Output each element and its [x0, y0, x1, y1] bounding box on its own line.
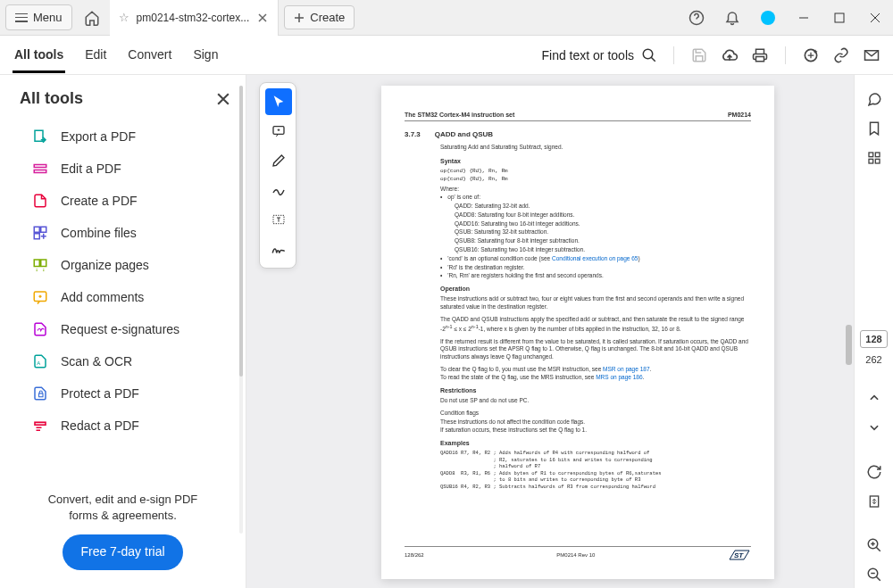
minimize-button[interactable]	[786, 0, 822, 36]
comment-tool[interactable]	[265, 118, 292, 145]
svg-rect-18	[35, 422, 46, 425]
panel-title: All tools	[20, 89, 83, 108]
tab-close-button[interactable]	[256, 12, 269, 24]
tool-label: Protect a PDF	[61, 386, 139, 401]
tool-item[interactable]: Export a PDF	[0, 120, 246, 153]
close-icon	[217, 93, 230, 105]
comments-panel-button[interactable]	[861, 86, 888, 112]
tab-sign[interactable]: Sign	[191, 38, 220, 72]
tool-item[interactable]: Edit a PDF	[0, 153, 246, 185]
tool-item[interactable]: Organize pages	[0, 249, 246, 281]
menu-label: Menu	[33, 11, 63, 24]
link-button[interactable]	[832, 46, 850, 64]
cloud-button[interactable]	[721, 46, 739, 64]
op-p1: These instructions add or subtract two, …	[440, 295, 751, 311]
svg-rect-11	[34, 234, 39, 239]
home-icon	[84, 10, 100, 26]
zoom-in-button[interactable]	[861, 533, 888, 559]
draw-tool[interactable]	[265, 177, 292, 203]
left-panel: All tools Export a PDFEdit a PDFCreate a…	[0, 75, 246, 588]
tool-icon	[32, 128, 48, 145]
pdf-page: The STM32 Cortex-M4 instruction set PM02…	[381, 86, 774, 579]
sign-tool[interactable]	[265, 236, 292, 262]
text-tool[interactable]	[265, 206, 292, 233]
highlight-tool[interactable]	[265, 147, 292, 174]
window-close-button[interactable]	[857, 0, 893, 36]
restrictions-heading: Restrictions	[440, 386, 751, 394]
st-logo: ST	[728, 549, 751, 561]
star-icon[interactable]: ☆	[119, 11, 129, 24]
op-p4: To clear the Q flag to 0, you must use t…	[440, 366, 751, 382]
print-button[interactable]	[751, 46, 769, 64]
examples-code: QADD16 R7, R4, R2 ; Adds halfwords of R4…	[440, 450, 751, 490]
find-button[interactable]: Find text or tools	[542, 47, 658, 63]
help-button[interactable]	[679, 0, 714, 36]
select-tool[interactable]	[265, 88, 292, 115]
tool-item[interactable]: Add comments	[0, 281, 246, 313]
home-button[interactable]	[78, 4, 106, 32]
panel-scrollbar[interactable]	[239, 86, 243, 534]
canvas-scrollbar[interactable]	[846, 84, 852, 570]
examples-heading: Examples	[440, 439, 751, 447]
svg-rect-7	[34, 165, 46, 168]
svg-text:ST: ST	[734, 551, 744, 559]
tab-all-tools[interactable]: All tools	[13, 38, 65, 73]
window-controls	[679, 0, 893, 36]
comment-icon	[271, 124, 286, 138]
cloud-upload-icon	[721, 46, 739, 64]
menu-button[interactable]: Menu	[5, 4, 72, 30]
bell-icon	[724, 10, 740, 26]
current-page[interactable]: 128	[860, 330, 887, 348]
share-button[interactable]	[863, 46, 880, 64]
create-label: Create	[310, 11, 345, 24]
tool-item[interactable]: Redact a PDF	[0, 410, 246, 442]
ai-button[interactable]	[802, 46, 820, 64]
page-up-button[interactable]	[861, 385, 888, 411]
tool-item[interactable]: Protect a PDF	[0, 377, 246, 410]
tab-convert[interactable]: Convert	[126, 38, 173, 72]
bookmark-icon	[866, 120, 882, 137]
save-button[interactable]	[690, 46, 708, 64]
envelope-icon	[864, 47, 880, 63]
zoom-out-button[interactable]	[861, 562, 888, 588]
where-label: Where:	[440, 186, 751, 194]
tool-item[interactable]: Create a PDF	[0, 185, 246, 217]
tab-edit[interactable]: Edit	[83, 38, 108, 72]
tool-icon	[32, 385, 48, 402]
avatar-icon	[761, 11, 775, 25]
tool-item[interactable]: Request e-signatures	[0, 313, 246, 345]
page-down-button[interactable]	[861, 415, 888, 441]
tool-item[interactable]: AScan & OCR	[0, 345, 246, 377]
svg-rect-12	[34, 260, 39, 267]
document-tab[interactable]: ☆ pm0214-stm32-cortex...	[110, 0, 280, 36]
svg-rect-22	[869, 153, 873, 157]
tool-label: Edit a PDF	[61, 161, 121, 176]
tool-label: Create a PDF	[61, 194, 138, 208]
tool-label: Combine files	[61, 226, 137, 240]
panel-close-button[interactable]	[217, 93, 230, 105]
chevron-down-icon	[868, 421, 880, 434]
rotate-button[interactable]	[861, 459, 888, 484]
svg-rect-8	[34, 170, 46, 173]
maximize-button[interactable]	[822, 0, 857, 36]
tool-item[interactable]: Combine files	[0, 217, 246, 249]
bookmarks-button[interactable]	[861, 115, 888, 141]
page-fit-button[interactable]	[861, 488, 888, 514]
svg-rect-3	[756, 56, 764, 61]
create-button[interactable]: Create	[284, 5, 355, 29]
account-button[interactable]	[750, 0, 786, 36]
syntax-code: op{cond} {Rd}, Rn, Rm op{cond} {Rd}, Rn,…	[440, 168, 751, 182]
link-icon	[833, 47, 849, 63]
thumbnails-button[interactable]	[861, 145, 888, 170]
maximize-icon	[834, 12, 845, 23]
main-area: All tools Export a PDFEdit a PDFCreate a…	[0, 75, 893, 588]
doc-rev: PM0214 Rev 10	[556, 551, 595, 559]
document-canvas[interactable]: The STM32 Cortex-M4 instruction set PM02…	[246, 75, 854, 588]
trial-button[interactable]: Free 7-day trial	[63, 534, 182, 570]
close-icon	[258, 13, 267, 22]
op-is: op' is one of:	[447, 194, 480, 202]
chat-icon	[866, 91, 882, 107]
notifications-button[interactable]	[714, 0, 750, 36]
svg-rect-13	[41, 260, 46, 267]
tool-icon	[32, 225, 48, 241]
